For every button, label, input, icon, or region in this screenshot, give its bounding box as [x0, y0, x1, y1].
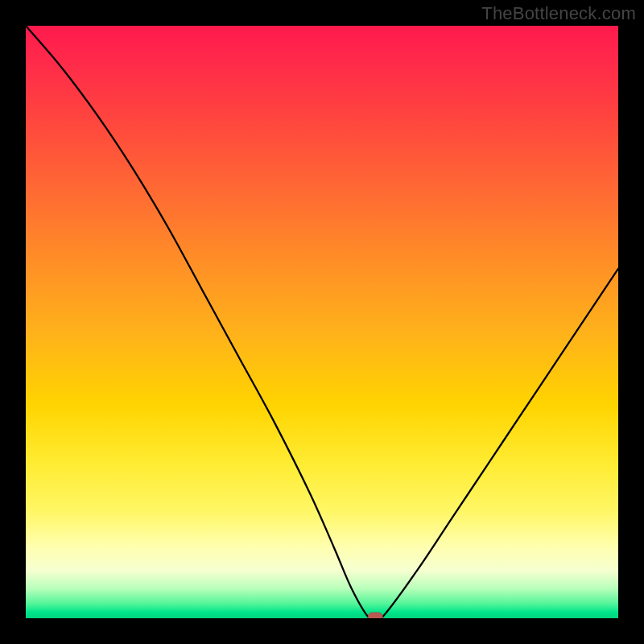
chart-frame: TheBottleneck.com: [0, 0, 644, 644]
chart-svg: [26, 26, 618, 618]
bottleneck-curve: [26, 26, 618, 618]
plot-area: [26, 26, 618, 618]
optimal-marker: [368, 613, 382, 618]
watermark-text: TheBottleneck.com: [481, 3, 636, 24]
